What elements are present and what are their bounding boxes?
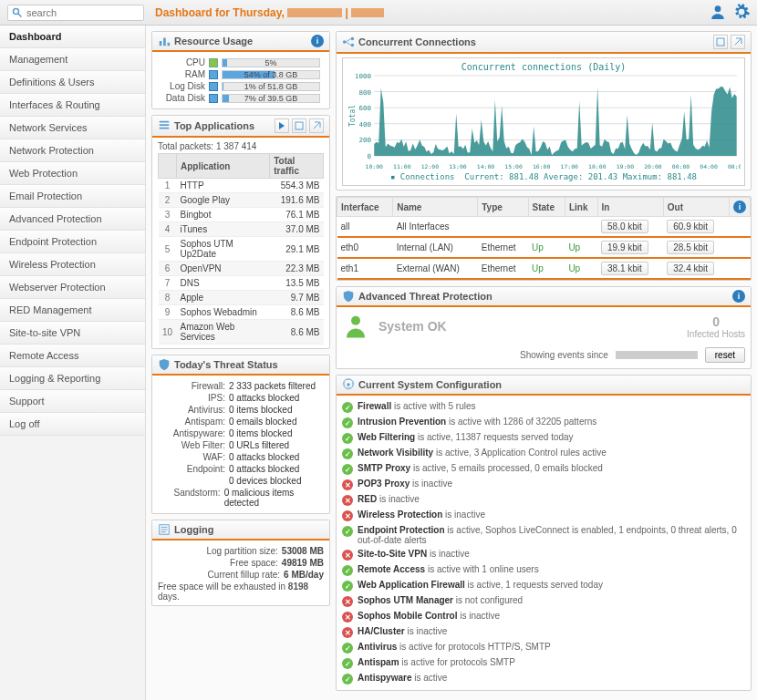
svg-text:00:00: 00:00: [672, 163, 690, 170]
config-row: ✓Firewall is active with 5 rules: [342, 399, 745, 415]
threat-status-row: Antispyware:0 items blocked: [158, 428, 324, 438]
resource-title: Resource Usage: [174, 36, 311, 46]
config-row: ✕POP3 Proxy is inactive: [342, 477, 745, 492]
logdisk-label: Log Disk: [158, 81, 209, 91]
atp-title: Advanced Threat Protection: [358, 291, 732, 302]
threat-status-row: Web Filter:0 URLs filtered: [158, 440, 324, 450]
svg-rect-8: [160, 128, 170, 129]
sidebar-item-site-to-site-vpn[interactable]: Site-to-site VPN: [0, 322, 145, 345]
search-icon: [12, 7, 23, 18]
svg-rect-7: [160, 124, 170, 126]
info-icon[interactable]: i: [311, 35, 324, 47]
sidebar-item-email-protection[interactable]: Email Protection: [0, 185, 145, 208]
ram-bar: 54% of 3.8 GB: [222, 70, 320, 79]
sidebar-item-support[interactable]: Support: [0, 390, 145, 413]
config-row: ✕Wireless Protection is inactive: [342, 508, 745, 523]
search-box[interactable]: [7, 5, 144, 21]
config-row: ✕Site-to-Site VPN is inactive: [342, 547, 745, 562]
sidebar-item-network-services[interactable]: Network Services: [0, 117, 145, 139]
config-row: ✓Web Application Firewall is active, 1 r…: [342, 578, 745, 593]
info-icon[interactable]: i: [733, 201, 746, 213]
datadisk-status-icon: [209, 94, 218, 103]
logdisk-bar: 1% of 51.8 GB: [222, 82, 320, 91]
threat-status-row: Firewall:2 333 packets filtered: [158, 381, 324, 391]
cpu-label: CPU: [158, 57, 209, 67]
shield-icon: [158, 358, 171, 371]
app-row: 4iTunes37.0 MB: [159, 222, 324, 237]
status-ok-icon: ✓: [342, 417, 353, 428]
app-row: 5Sophos UTM Up2Date29.1 MB: [159, 237, 324, 262]
user-icon[interactable]: [710, 4, 726, 22]
svg-rect-3: [160, 41, 162, 46]
sidebar-item-remote-access[interactable]: Remote Access: [0, 345, 145, 367]
datadisk-bar: 7% of 39.5 GB: [222, 94, 320, 103]
svg-text:800: 800: [358, 88, 371, 97]
sidebar-item-endpoint-protection[interactable]: Endpoint Protection: [0, 231, 145, 253]
svg-text:17:00: 17:00: [561, 163, 579, 170]
svg-text:10:00: 10:00: [365, 163, 383, 170]
expand-button[interactable]: [713, 35, 728, 49]
list-icon: [158, 119, 171, 132]
threat-status-title: Today's Threat Status: [174, 359, 324, 370]
sidebar-item-webserver-protection[interactable]: Webserver Protection: [0, 276, 145, 299]
play-button[interactable]: [275, 118, 289, 133]
config-row: ✓Network Visibility is active, 3 Applica…: [342, 446, 745, 461]
chart-icon: [158, 35, 171, 47]
sidebar-item-definitions-users[interactable]: Definitions & Users: [0, 71, 145, 94]
sidebar-item-web-protection[interactable]: Web Protection: [0, 162, 145, 185]
status-ok-icon: ✓: [342, 581, 353, 592]
svg-line-1: [18, 13, 22, 16]
sidebar-item-log-off[interactable]: Log off: [0, 413, 145, 436]
config-row: ✕Sophos Mobile Control is inactive: [342, 609, 745, 624]
info-icon[interactable]: i: [732, 290, 745, 303]
popout-button[interactable]: [309, 118, 324, 133]
config-row: ✓Antivirus is active for protocols HTTP/…: [342, 640, 745, 655]
svg-text:12:00: 12:00: [421, 163, 440, 170]
sidebar-item-network-protection[interactable]: Network Protection: [0, 139, 145, 162]
svg-point-14: [343, 40, 347, 44]
reset-button[interactable]: reset: [705, 347, 745, 363]
events-since-label: Showing events since: [520, 350, 608, 360]
config-row: ✓Antispam is active for protocols SMTP: [342, 655, 745, 671]
log-row: Free space:49819 MB: [158, 558, 324, 568]
sidebar-item-red-management[interactable]: RED Management: [0, 299, 145, 322]
sidebar-item-management[interactable]: Management: [0, 48, 145, 71]
app-row: 7DNS13.5 MB: [159, 276, 324, 291]
system-ok-icon: [342, 313, 369, 340]
logging-title: Logging: [174, 524, 324, 535]
app-row: 2Google Play191.6 MB: [159, 193, 324, 208]
settings-icon[interactable]: [733, 4, 750, 22]
log-row: Log partition size:53008 MB: [158, 546, 324, 556]
popout-button[interactable]: [731, 35, 745, 49]
sidebar-item-wireless-protection[interactable]: Wireless Protection: [0, 253, 145, 276]
svg-line-18: [346, 42, 350, 46]
concurrent-connections-panel: Concurrent Connections Concurrent connec…: [336, 31, 752, 190]
top-apps-title: Top Applications: [174, 120, 272, 131]
sidebar-item-logging-reporting[interactable]: Logging & Reporting: [0, 367, 145, 390]
config-row: ✓Remote Access is active with 1 online u…: [342, 562, 745, 578]
gear-icon: [342, 378, 355, 391]
config-row: ✓Antispyware is active: [342, 671, 745, 686]
svg-text:200: 200: [358, 137, 371, 145]
connections-chart: Concurrent connections (Daily) 020040060…: [342, 57, 745, 186]
sidebar-item-dashboard[interactable]: Dashboard: [0, 26, 145, 48]
expand-button[interactable]: [292, 118, 306, 133]
search-input[interactable]: [23, 6, 132, 19]
svg-point-47: [351, 316, 360, 325]
sidebar-item-interfaces-routing[interactable]: Interfaces & Routing: [0, 94, 145, 117]
svg-point-0: [14, 8, 19, 14]
status-bad-icon: ✕: [342, 550, 353, 561]
concurrent-title: Concurrent Connections: [358, 36, 710, 47]
config-row: ✕Sophos UTM Manager is not configured: [342, 593, 745, 609]
app-row: 6OpenVPN22.3 MB: [159, 262, 324, 276]
system-status: System OK: [378, 319, 447, 334]
sidebar-item-advanced-protection[interactable]: Advanced Protection: [0, 208, 145, 231]
svg-text:400: 400: [358, 120, 371, 129]
log-row: Current fillup rate:6 MB/day: [158, 570, 324, 580]
config-row: ✕HA/Cluster is inactive: [342, 624, 745, 640]
svg-text:600: 600: [358, 104, 371, 112]
svg-text:08:00: 08:00: [728, 163, 741, 170]
svg-point-48: [347, 383, 350, 386]
threat-status-row: 0 devices blocked: [158, 476, 324, 486]
svg-text:13:00: 13:00: [449, 163, 467, 170]
